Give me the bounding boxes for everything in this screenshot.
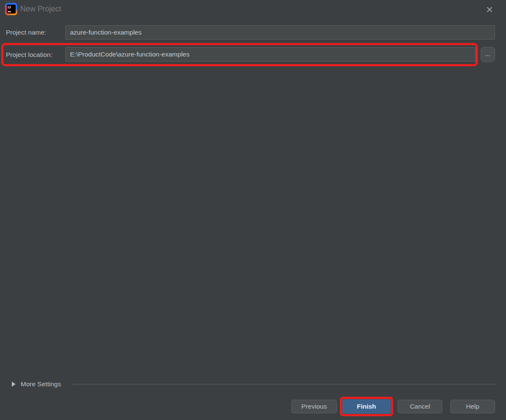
- project-name-input[interactable]: [65, 25, 495, 40]
- dialog-title: New Project: [20, 5, 61, 13]
- help-button[interactable]: Help: [450, 400, 495, 413]
- logo-inner-square: IJ: [7, 5, 16, 13]
- title-bar: IJ New Project ×: [0, 0, 506, 19]
- close-icon[interactable]: ×: [482, 3, 497, 17]
- previous-button[interactable]: Previous: [291, 400, 337, 413]
- more-settings-label: More Settings: [21, 380, 61, 388]
- more-settings-toggle[interactable]: More Settings: [12, 379, 61, 389]
- new-project-dialog: { "window": { "title": "New Project", "c…: [0, 0, 506, 420]
- project-name-label: Project name:: [6, 29, 46, 36]
- cancel-button[interactable]: Cancel: [398, 400, 442, 413]
- project-location-label: Project location:: [6, 51, 52, 59]
- logo-underscore: [8, 11, 11, 12]
- separator-line: [73, 384, 496, 385]
- project-location-input[interactable]: [65, 47, 476, 62]
- intellij-idea-logo-icon: IJ: [5, 3, 17, 15]
- logo-monogram: IJ: [8, 5, 11, 9]
- browse-button[interactable]: ...: [481, 47, 495, 62]
- collapse-arrow-icon: [12, 382, 16, 387]
- finish-button[interactable]: Finish: [342, 399, 390, 414]
